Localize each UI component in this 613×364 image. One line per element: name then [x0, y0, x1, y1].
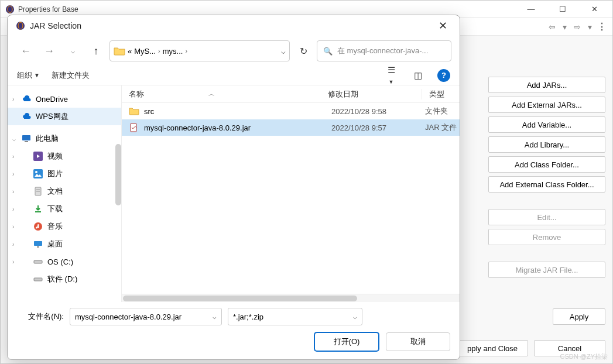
maximize-button[interactable]: ☐	[549, 1, 576, 18]
chevron-right-icon[interactable]: ›	[12, 153, 14, 160]
chevron-right-icon[interactable]: ›	[12, 241, 14, 248]
menu-dots-icon[interactable]: ⋮	[597, 21, 607, 32]
file-type-filter[interactable]: *.jar;*.zip ⌵	[228, 308, 362, 325]
close-button[interactable]: ✕	[581, 1, 608, 18]
video-icon	[33, 152, 43, 161]
nav-onedrive[interactable]: › OneDrive	[8, 90, 121, 108]
search-input[interactable]: 🔍 在 mysql-connector-java-...	[317, 40, 451, 61]
filename-input[interactable]: mysql-connector-java-8.0.29.jar ⌵	[70, 308, 222, 325]
apply-button[interactable]: Apply	[553, 308, 605, 325]
chevron-right-icon[interactable]: ›	[12, 224, 14, 230]
jar-selection-dialog: JAR Selection ✕ ← → ⌵ ↑ « MyS... › mys..…	[7, 15, 460, 360]
dropdown-icon[interactable]: ▾	[561, 22, 569, 32]
add-variable-button[interactable]: Add Variable...	[488, 116, 605, 133]
nav-pictures[interactable]: › 图片	[8, 165, 121, 183]
edit-button: Edit...	[488, 209, 605, 225]
picture-icon	[33, 169, 43, 178]
nav-drive-d[interactable]: 软件 (D:)	[8, 270, 121, 288]
breadcrumb-seg1[interactable]: MyS...	[134, 47, 156, 56]
nav-up-button[interactable]: ↑	[86, 41, 106, 61]
nav-drive-c[interactable]: › OS (C:)	[8, 253, 121, 270]
organize-menu[interactable]: 组织▼	[17, 70, 40, 81]
svg-point-0	[6, 5, 14, 13]
filename-label: 文件名(N):	[17, 311, 64, 322]
add-external-jars-button[interactable]: Add External JARs...	[488, 97, 605, 113]
svg-rect-17	[34, 278, 42, 281]
download-icon	[33, 204, 43, 214]
nav-music[interactable]: › 音乐	[8, 218, 121, 235]
eclipse-icon	[5, 5, 15, 14]
view-list-icon[interactable]: ☰ ▼	[383, 65, 399, 85]
search-icon: 🔍	[323, 47, 333, 56]
drive-icon	[33, 257, 43, 266]
add-external-class-folder-button[interactable]: Add External Class Folder...	[488, 176, 605, 193]
music-icon	[33, 222, 43, 231]
nav-downloads[interactable]: › 下载	[8, 200, 121, 218]
breadcrumb[interactable]: « MyS... › mys... › ⌵	[109, 40, 290, 61]
open-button[interactable]: 打开(O)	[314, 332, 379, 351]
column-date[interactable]: 修改日期	[328, 89, 422, 99]
chevron-right-icon[interactable]: ›	[12, 206, 14, 212]
back-arrow-icon[interactable]: ⇦	[547, 22, 557, 32]
remove-button: Remove	[488, 229, 605, 245]
nav-desktop[interactable]: › 桌面	[8, 235, 121, 253]
column-type[interactable]: 类型	[422, 89, 457, 99]
chevron-down-icon[interactable]: ⌵	[12, 136, 16, 142]
dialog-title: JAR Selection	[30, 21, 434, 30]
desktop-icon	[33, 239, 43, 249]
add-class-folder-button[interactable]: Add Class Folder...	[488, 156, 605, 173]
window-title: Properties for Base	[18, 5, 518, 13]
nav-documents[interactable]: › 文档	[8, 183, 121, 200]
chevron-right-icon[interactable]: ›	[12, 96, 14, 102]
breadcrumb-seg2[interactable]: mys...	[163, 47, 183, 56]
svg-rect-15	[37, 246, 39, 248]
nav-recent-dropdown[interactable]: ⌵	[63, 41, 83, 61]
chevron-down-icon[interactable]: ⌵	[281, 47, 286, 56]
new-folder-button[interactable]: 新建文件夹	[52, 70, 90, 81]
folder-icon	[129, 107, 139, 116]
scrollbar-thumb[interactable]	[115, 144, 121, 205]
svg-rect-16	[34, 260, 42, 263]
help-icon[interactable]: ?	[437, 69, 450, 82]
svg-point-2	[16, 22, 25, 30]
add-library-button[interactable]: Add Library...	[488, 136, 605, 153]
list-item[interactable]: mysql-connector-java-8.0.29.jar 2022/10/…	[122, 119, 460, 136]
svg-rect-5	[25, 141, 28, 142]
chevron-down-icon: ⌵	[213, 313, 217, 321]
breadcrumb-prefix: «	[128, 47, 132, 56]
cancel-button[interactable]: 取消	[386, 332, 450, 351]
monitor-icon	[22, 134, 31, 143]
dropdown-icon[interactable]: ▾	[586, 22, 594, 32]
svg-point-8	[35, 171, 37, 173]
migrate-jar-button: Migrate JAR File...	[488, 262, 605, 278]
chevron-right-icon: ›	[158, 47, 160, 54]
minimize-button[interactable]: —	[518, 1, 544, 18]
column-name[interactable]: 名称︿	[129, 89, 328, 99]
folder-icon	[114, 46, 125, 56]
nav-back-button[interactable]: ←	[16, 41, 36, 61]
nav-thispc[interactable]: ⌵ 此电脑	[8, 130, 121, 147]
add-jars-button[interactable]: Add JARs...	[488, 77, 605, 93]
cloud-icon	[22, 112, 31, 121]
chevron-right-icon: ›	[185, 47, 187, 54]
refresh-button[interactable]: ↻	[293, 46, 313, 57]
nav-videos[interactable]: › 视频	[8, 147, 121, 165]
svg-rect-4	[22, 135, 30, 140]
nav-wps[interactable]: WPS网盘	[8, 108, 121, 125]
sort-asc-icon: ︿	[208, 90, 215, 98]
chevron-right-icon[interactable]: ›	[12, 171, 14, 177]
list-item[interactable]: src 2022/10/28 9:58 文件夹	[122, 103, 460, 119]
horizontal-scrollbar[interactable]	[122, 294, 460, 302]
chevron-right-icon[interactable]: ›	[12, 188, 14, 195]
cloud-icon	[22, 94, 31, 104]
close-icon[interactable]: ✕	[434, 19, 451, 32]
preview-pane-icon[interactable]: ◫	[410, 70, 426, 81]
forward-arrow-icon[interactable]: ⇨	[572, 22, 583, 32]
apply-and-close-button[interactable]: pply and Close	[457, 340, 528, 356]
navigation-pane[interactable]: › OneDrive WPS网盘 ⌵ 此电脑 › 视频 ›	[8, 85, 122, 302]
chevron-right-icon[interactable]: ›	[12, 259, 14, 265]
svg-rect-14	[34, 241, 42, 246]
drive-icon	[33, 274, 43, 284]
chevron-down-icon: ⌵	[353, 313, 357, 321]
eclipse-icon	[16, 21, 25, 30]
